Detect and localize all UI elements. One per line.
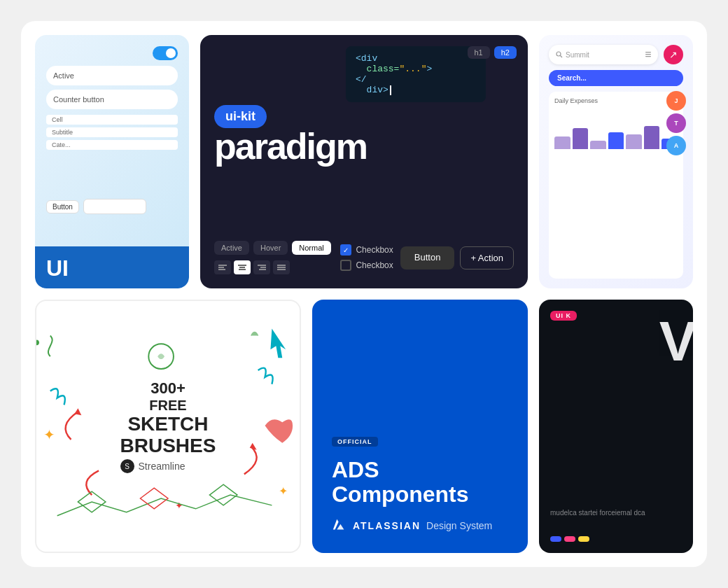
checkbox-1[interactable]: ✓ Checkbox — [340, 244, 393, 255]
svg-text:✦: ✦ — [279, 485, 288, 497]
card4-text: 300+ FREE SKETCH BRUSHES S Streamline — [120, 379, 216, 474]
card4-title-line2: BRUSHES — [120, 435, 216, 457]
checkbox-2-label: Checkbox — [356, 260, 393, 270]
paradigm-heading: paradigm — [214, 128, 514, 164]
bar-chart — [554, 107, 678, 149]
tab-normal[interactable]: Normal — [292, 241, 330, 255]
svg-text:✦: ✦ — [43, 427, 55, 442]
card1-ui-label: UI — [46, 255, 69, 281]
svg-marker-24 — [140, 488, 168, 509]
bottom-row: ✦ ✦ ✦ 300+ FREE SKETCH BRUSHE — [35, 300, 693, 553]
svg-rect-14 — [645, 52, 651, 52]
h-badge-group: h1 h2 — [468, 46, 517, 59]
atlassian-name: ATLASSIAN — [353, 520, 421, 531]
card2-controls: Active Hover Normal — [214, 241, 514, 274]
bar-5 — [626, 134, 642, 149]
card2-button[interactable]: Button — [400, 246, 455, 270]
card1-button[interactable]: Button — [46, 200, 79, 214]
card1-bottom-bar: UI — [35, 246, 189, 288]
card4-prefix: 300+ — [120, 379, 216, 398]
v-letter: V — [659, 314, 693, 370]
bar-2 — [573, 128, 589, 149]
official-badge: OFFICIAL — [332, 437, 378, 447]
card4-title-line1: SKETCH — [120, 414, 216, 435]
checkbox-1-label: Checkbox — [356, 245, 393, 255]
svg-rect-15 — [645, 54, 651, 55]
card6-description: mudelca startei forceiemal dca — [550, 507, 645, 518]
card4-free: FREE — [120, 398, 216, 414]
atlassian-sub: Design System — [426, 520, 492, 531]
svg-marker-25 — [209, 484, 237, 505]
card-ui-kit-light[interactable]: Active Counter button Cell Subtitle Cate… — [35, 35, 189, 288]
dot-pink — [564, 536, 575, 542]
card2-left-controls: Active Hover Normal — [214, 241, 331, 274]
bar-6 — [644, 126, 660, 149]
cell-subtitle: Subtitle — [46, 127, 178, 137]
cell-item: Cell — [46, 115, 178, 125]
card3-top: Summit ↗ — [549, 45, 683, 64]
avatar-2: T — [666, 113, 686, 133]
svg-text:✦: ✦ — [175, 500, 183, 511]
dot-yellow — [578, 536, 589, 542]
pill-counter: Counter button — [46, 90, 178, 109]
svg-line-13 — [561, 56, 563, 58]
align-buttons — [214, 260, 331, 274]
card1-input[interactable] — [83, 199, 146, 214]
card-sketch-brushes[interactable]: ✦ ✦ ✦ 300+ FREE SKETCH BRUSHE — [35, 300, 301, 553]
svg-point-19 — [148, 344, 174, 369]
bar-4 — [608, 132, 624, 149]
card-ads-components[interactable]: OFFICIAL ADS Components ATLASSIAN Design… — [312, 300, 528, 553]
align-right[interactable] — [253, 260, 270, 274]
card2-right-controls: ✓ Checkbox Checkbox Button + Action — [340, 244, 514, 271]
checkbox-group: ✓ Checkbox Checkbox — [340, 244, 393, 271]
search-button[interactable]: Search... — [549, 70, 683, 86]
ui-k-badge: UI K — [550, 311, 577, 321]
checkbox-2[interactable]: Checkbox — [340, 260, 393, 271]
dot-blue — [550, 536, 561, 542]
card2-btn-group: Button + Action — [400, 246, 514, 270]
card4-brand: S Streamline — [120, 459, 216, 473]
atlassian-logo-icon — [332, 518, 347, 533]
tab-active[interactable]: Active — [214, 241, 249, 255]
card2-tabs: Active Hover Normal — [214, 241, 331, 255]
streamline-icon: S — [120, 459, 134, 473]
atlassian-brand: ATLASSIAN Design System — [332, 518, 508, 533]
ui-kit-badge: ui-kit — [214, 105, 267, 128]
svg-marker-18 — [250, 443, 257, 450]
brand-name: Streamline — [139, 461, 186, 472]
bar-3 — [590, 141, 606, 149]
code-snippet: <div class="..."> </ div> — [346, 46, 486, 102]
dot-indicators — [550, 536, 589, 542]
card2-action[interactable]: + Action — [460, 246, 514, 270]
toggle-switch[interactable] — [153, 46, 178, 60]
ads-title: ADS Components — [332, 458, 508, 507]
card-dark-v[interactable]: UI K V mudelca startei forceiemal dca — [539, 300, 693, 553]
bar-1 — [554, 136, 570, 149]
card-mobile-app[interactable]: Summit ↗ Search... Daily Expenses — [539, 35, 693, 288]
card-paradigm[interactable]: <div class="..."> </ div> h1 h2 ui-kit p… — [200, 35, 528, 288]
top-row: Active Counter button Cell Subtitle Cate… — [35, 35, 693, 288]
search-bar[interactable]: Summit — [549, 45, 658, 64]
align-center[interactable] — [234, 260, 251, 274]
h1-badge[interactable]: h1 — [468, 46, 490, 59]
svg-marker-23 — [78, 491, 106, 512]
avatar-3: A — [666, 136, 686, 155]
align-left[interactable] — [214, 260, 231, 274]
chart-area: Daily Expenses — [549, 92, 683, 279]
align-justify[interactable] — [273, 260, 290, 274]
arrow-button[interactable]: ↗ — [664, 45, 683, 64]
checkbox-2-box[interactable] — [340, 260, 351, 271]
avatar-group: J T A — [666, 91, 686, 155]
h2-badge[interactable]: h2 — [494, 46, 517, 59]
tab-hover[interactable]: Hover — [253, 241, 288, 255]
svg-marker-17 — [74, 408, 81, 415]
svg-point-26 — [36, 340, 39, 345]
cell-cate: Cate... — [46, 140, 178, 150]
card2-title-area: ui-kit — [214, 105, 514, 128]
avatar-1: J — [666, 91, 686, 111]
pill-active: Active — [46, 66, 178, 85]
checkbox-1-box[interactable]: ✓ — [340, 244, 351, 255]
chart-title: Daily Expenses — [554, 97, 678, 104]
svg-rect-16 — [645, 56, 651, 57]
main-container: Active Counter button Cell Subtitle Cate… — [21, 21, 707, 567]
